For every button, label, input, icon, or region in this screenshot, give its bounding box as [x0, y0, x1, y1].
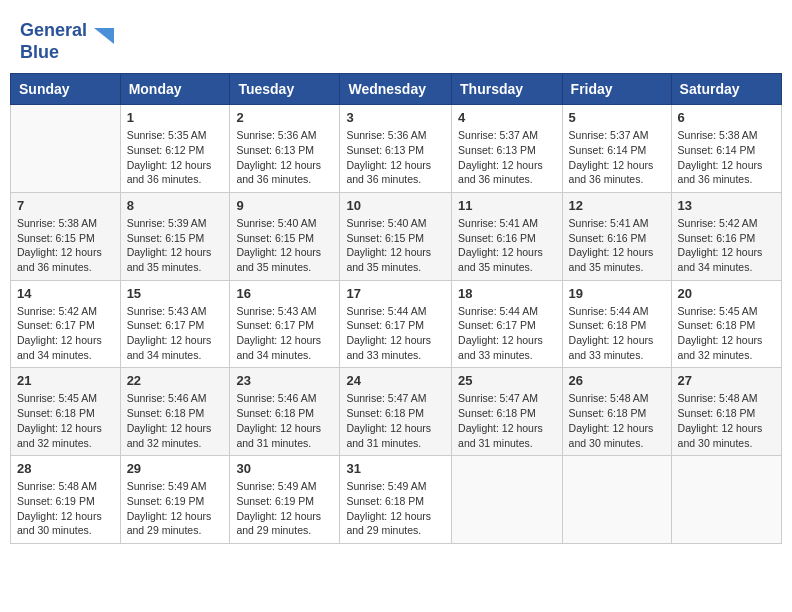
calendar-cell: 30Sunrise: 5:49 AMSunset: 6:19 PMDayligh…: [230, 456, 340, 544]
calendar-cell: 6Sunrise: 5:38 AMSunset: 6:14 PMDaylight…: [671, 105, 781, 193]
day-number: 6: [678, 110, 775, 125]
calendar-cell: [11, 105, 121, 193]
calendar-cell: 4Sunrise: 5:37 AMSunset: 6:13 PMDaylight…: [452, 105, 563, 193]
day-number: 21: [17, 373, 114, 388]
day-info: Sunrise: 5:37 AMSunset: 6:14 PMDaylight:…: [569, 128, 665, 187]
calendar-cell: 21Sunrise: 5:45 AMSunset: 6:18 PMDayligh…: [11, 368, 121, 456]
day-info: Sunrise: 5:48 AMSunset: 6:18 PMDaylight:…: [678, 391, 775, 450]
calendar-cell: 11Sunrise: 5:41 AMSunset: 6:16 PMDayligh…: [452, 192, 563, 280]
day-number: 3: [346, 110, 445, 125]
day-number: 30: [236, 461, 333, 476]
day-number: 15: [127, 286, 224, 301]
day-number: 25: [458, 373, 556, 388]
day-number: 26: [569, 373, 665, 388]
day-number: 8: [127, 198, 224, 213]
day-info: Sunrise: 5:45 AMSunset: 6:18 PMDaylight:…: [678, 304, 775, 363]
calendar-cell: 23Sunrise: 5:46 AMSunset: 6:18 PMDayligh…: [230, 368, 340, 456]
logo: GeneralBlue: [20, 20, 118, 63]
calendar-cell: 5Sunrise: 5:37 AMSunset: 6:14 PMDaylight…: [562, 105, 671, 193]
day-number: 28: [17, 461, 114, 476]
day-number: 18: [458, 286, 556, 301]
day-info: Sunrise: 5:46 AMSunset: 6:18 PMDaylight:…: [236, 391, 333, 450]
day-number: 10: [346, 198, 445, 213]
day-info: Sunrise: 5:40 AMSunset: 6:15 PMDaylight:…: [236, 216, 333, 275]
page-header: GeneralBlue: [10, 10, 782, 68]
day-info: Sunrise: 5:49 AMSunset: 6:19 PMDaylight:…: [236, 479, 333, 538]
day-info: Sunrise: 5:43 AMSunset: 6:17 PMDaylight:…: [236, 304, 333, 363]
day-number: 31: [346, 461, 445, 476]
day-number: 27: [678, 373, 775, 388]
calendar-cell: 26Sunrise: 5:48 AMSunset: 6:18 PMDayligh…: [562, 368, 671, 456]
day-number: 11: [458, 198, 556, 213]
day-number: 19: [569, 286, 665, 301]
col-header-sunday: Sunday: [11, 74, 121, 105]
day-number: 14: [17, 286, 114, 301]
logo-text: GeneralBlue: [20, 20, 87, 63]
day-info: Sunrise: 5:43 AMSunset: 6:17 PMDaylight:…: [127, 304, 224, 363]
calendar-cell: 31Sunrise: 5:49 AMSunset: 6:18 PMDayligh…: [340, 456, 452, 544]
day-info: Sunrise: 5:38 AMSunset: 6:15 PMDaylight:…: [17, 216, 114, 275]
calendar-cell: 13Sunrise: 5:42 AMSunset: 6:16 PMDayligh…: [671, 192, 781, 280]
col-header-saturday: Saturday: [671, 74, 781, 105]
day-info: Sunrise: 5:44 AMSunset: 6:17 PMDaylight:…: [458, 304, 556, 363]
calendar-cell: 10Sunrise: 5:40 AMSunset: 6:15 PMDayligh…: [340, 192, 452, 280]
calendar-cell: 28Sunrise: 5:48 AMSunset: 6:19 PMDayligh…: [11, 456, 121, 544]
week-row-3: 14Sunrise: 5:42 AMSunset: 6:17 PMDayligh…: [11, 280, 782, 368]
day-info: Sunrise: 5:49 AMSunset: 6:18 PMDaylight:…: [346, 479, 445, 538]
calendar-cell: 9Sunrise: 5:40 AMSunset: 6:15 PMDaylight…: [230, 192, 340, 280]
day-number: 13: [678, 198, 775, 213]
calendar-cell: 24Sunrise: 5:47 AMSunset: 6:18 PMDayligh…: [340, 368, 452, 456]
calendar-cell: 3Sunrise: 5:36 AMSunset: 6:13 PMDaylight…: [340, 105, 452, 193]
day-number: 20: [678, 286, 775, 301]
calendar-cell: 8Sunrise: 5:39 AMSunset: 6:15 PMDaylight…: [120, 192, 230, 280]
week-row-5: 28Sunrise: 5:48 AMSunset: 6:19 PMDayligh…: [11, 456, 782, 544]
col-header-thursday: Thursday: [452, 74, 563, 105]
calendar-cell: 29Sunrise: 5:49 AMSunset: 6:19 PMDayligh…: [120, 456, 230, 544]
day-number: 29: [127, 461, 224, 476]
day-info: Sunrise: 5:45 AMSunset: 6:18 PMDaylight:…: [17, 391, 114, 450]
calendar-cell: 22Sunrise: 5:46 AMSunset: 6:18 PMDayligh…: [120, 368, 230, 456]
calendar-cell: 12Sunrise: 5:41 AMSunset: 6:16 PMDayligh…: [562, 192, 671, 280]
week-row-4: 21Sunrise: 5:45 AMSunset: 6:18 PMDayligh…: [11, 368, 782, 456]
logo-triangle-icon: [90, 24, 118, 52]
day-number: 24: [346, 373, 445, 388]
day-number: 4: [458, 110, 556, 125]
col-header-friday: Friday: [562, 74, 671, 105]
day-number: 23: [236, 373, 333, 388]
logo-container: GeneralBlue: [20, 20, 118, 63]
calendar-cell: 16Sunrise: 5:43 AMSunset: 6:17 PMDayligh…: [230, 280, 340, 368]
day-number: 5: [569, 110, 665, 125]
day-info: Sunrise: 5:37 AMSunset: 6:13 PMDaylight:…: [458, 128, 556, 187]
day-info: Sunrise: 5:44 AMSunset: 6:17 PMDaylight:…: [346, 304, 445, 363]
day-info: Sunrise: 5:42 AMSunset: 6:17 PMDaylight:…: [17, 304, 114, 363]
calendar-cell: 15Sunrise: 5:43 AMSunset: 6:17 PMDayligh…: [120, 280, 230, 368]
col-header-monday: Monday: [120, 74, 230, 105]
day-number: 17: [346, 286, 445, 301]
day-info: Sunrise: 5:36 AMSunset: 6:13 PMDaylight:…: [346, 128, 445, 187]
calendar-cell: 27Sunrise: 5:48 AMSunset: 6:18 PMDayligh…: [671, 368, 781, 456]
day-number: 22: [127, 373, 224, 388]
day-info: Sunrise: 5:41 AMSunset: 6:16 PMDaylight:…: [569, 216, 665, 275]
day-info: Sunrise: 5:42 AMSunset: 6:16 PMDaylight:…: [678, 216, 775, 275]
day-number: 9: [236, 198, 333, 213]
calendar-cell: 14Sunrise: 5:42 AMSunset: 6:17 PMDayligh…: [11, 280, 121, 368]
calendar-cell: 1Sunrise: 5:35 AMSunset: 6:12 PMDaylight…: [120, 105, 230, 193]
week-row-1: 1Sunrise: 5:35 AMSunset: 6:12 PMDaylight…: [11, 105, 782, 193]
day-number: 16: [236, 286, 333, 301]
day-info: Sunrise: 5:38 AMSunset: 6:14 PMDaylight:…: [678, 128, 775, 187]
day-info: Sunrise: 5:44 AMSunset: 6:18 PMDaylight:…: [569, 304, 665, 363]
calendar-cell: 18Sunrise: 5:44 AMSunset: 6:17 PMDayligh…: [452, 280, 563, 368]
col-header-wednesday: Wednesday: [340, 74, 452, 105]
header-row: SundayMondayTuesdayWednesdayThursdayFrid…: [11, 74, 782, 105]
col-header-tuesday: Tuesday: [230, 74, 340, 105]
day-info: Sunrise: 5:36 AMSunset: 6:13 PMDaylight:…: [236, 128, 333, 187]
calendar-cell: 19Sunrise: 5:44 AMSunset: 6:18 PMDayligh…: [562, 280, 671, 368]
day-number: 12: [569, 198, 665, 213]
calendar-cell: [671, 456, 781, 544]
calendar-cell: 2Sunrise: 5:36 AMSunset: 6:13 PMDaylight…: [230, 105, 340, 193]
week-row-2: 7Sunrise: 5:38 AMSunset: 6:15 PMDaylight…: [11, 192, 782, 280]
day-number: 1: [127, 110, 224, 125]
day-info: Sunrise: 5:46 AMSunset: 6:18 PMDaylight:…: [127, 391, 224, 450]
day-info: Sunrise: 5:48 AMSunset: 6:19 PMDaylight:…: [17, 479, 114, 538]
calendar-cell: 7Sunrise: 5:38 AMSunset: 6:15 PMDaylight…: [11, 192, 121, 280]
